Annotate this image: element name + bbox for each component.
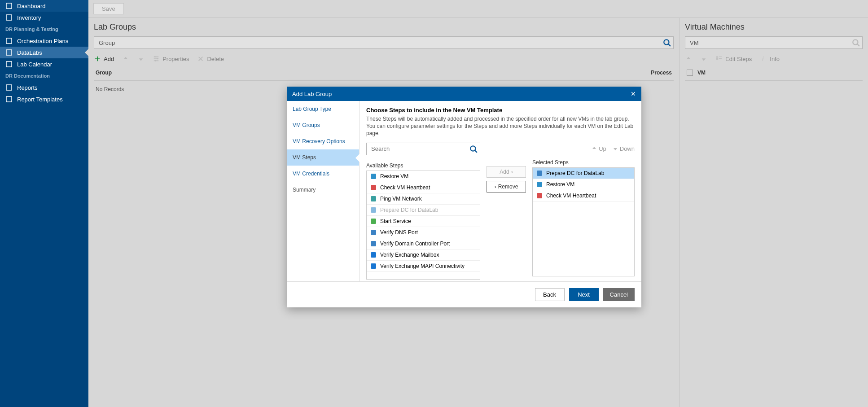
sidebar-item-lab-calendar[interactable]: Lab Calendar (0, 58, 88, 70)
available-step[interactable]: Verify DNS Port (367, 227, 480, 238)
sidebar-section-planning: DR Planning & Testing (0, 23, 88, 35)
step-label: Verify DNS Port (380, 229, 418, 236)
available-step[interactable]: Start Service (367, 216, 480, 227)
move-down-button[interactable]: Down (613, 145, 635, 152)
datalabs-icon (5, 49, 13, 56)
sidebar-item-inventory[interactable]: Inventory (0, 12, 88, 23)
lab-groups-toolbar: Add Properties Delete (94, 53, 674, 65)
step-label: Restore VM (546, 181, 574, 188)
mover-column: Add › ‹ Remove (487, 143, 526, 193)
vm-search (685, 36, 863, 49)
plans-icon (5, 37, 13, 44)
vm-move-down-button[interactable] (700, 55, 707, 62)
back-button[interactable]: Back (535, 288, 565, 301)
selected-step[interactable]: Restore VM (533, 179, 634, 190)
selected-column: Up Down Selected Steps Prepare DC for Da… (532, 143, 635, 276)
svg-rect-2 (6, 38, 12, 44)
info-button[interactable]: i Info (760, 55, 780, 62)
sidebar-item-datalabs[interactable]: DataLabs (0, 47, 88, 58)
selected-steps-list[interactable]: Prepare DC for DataLabRestore VMCheck VM… (532, 167, 635, 276)
step-label: Check VM Heartbeat (380, 184, 430, 191)
available-step[interactable]: Check VM Heartbeat (367, 182, 480, 193)
svg-rect-0 (6, 3, 12, 9)
available-step[interactable]: Verify Domain Controller Port (367, 238, 480, 249)
move-down-button[interactable] (137, 55, 145, 62)
delete-button[interactable]: Delete (197, 55, 224, 62)
available-step[interactable]: Verify Exchange Mailbox (367, 249, 480, 261)
sidebar-item-reports[interactable]: Reports (0, 82, 88, 93)
search-icon[interactable] (663, 39, 671, 47)
move-up-button[interactable]: Up (592, 145, 606, 152)
dialog-nav-lab-group-type[interactable]: Lab Group Type (287, 101, 359, 117)
remove-step-button[interactable]: ‹ Remove (487, 181, 526, 193)
x-icon (197, 55, 204, 62)
step-label: Ping VM Network (380, 196, 422, 202)
dialog-nav: Lab Group TypeVM GroupsVM Recovery Optio… (287, 101, 359, 281)
svg-rect-24 (371, 207, 376, 213)
column-vm: VM (697, 70, 706, 76)
step-label: Verify Exchange MAPI Connectivity (380, 263, 465, 269)
svg-rect-27 (371, 241, 376, 246)
svg-rect-22 (371, 185, 376, 190)
svg-rect-29 (371, 263, 376, 269)
sidebar-item-report-templates[interactable]: Report Templates (0, 93, 88, 105)
sidebar-item-dashboard[interactable]: Dashboard (0, 0, 88, 12)
search-icon[interactable] (852, 39, 860, 47)
arrow-down-icon (700, 55, 707, 62)
info-label: Info (770, 56, 780, 62)
step-label: Start Service (380, 218, 411, 224)
sidebar-item-label: Report Templates (17, 96, 63, 103)
selected-step[interactable]: Prepare DC for DataLab (533, 168, 634, 179)
steps-search-input[interactable] (366, 143, 480, 155)
cancel-button[interactable]: Cancel (603, 288, 635, 301)
dialog-nav-vm-credentials[interactable]: VM Credentials (287, 166, 359, 182)
vm-toolbar: Edit Steps i Info (685, 53, 863, 65)
svg-rect-16 (719, 57, 722, 57)
arrow-up-icon (685, 55, 692, 62)
next-button[interactable]: Next (569, 288, 599, 301)
available-step[interactable]: Prepare DC for DataLab (367, 205, 480, 216)
step-label: Check VM Heartbeat (546, 193, 596, 199)
save-button[interactable]: Save (93, 3, 124, 14)
lab-groups-search-input[interactable] (94, 36, 674, 49)
dialog-nav-vm-recovery-options[interactable]: VM Recovery Options (287, 133, 359, 149)
svg-rect-14 (716, 57, 718, 58)
svg-rect-30 (537, 171, 542, 176)
dialog-nav-summary[interactable]: Summary (287, 182, 359, 198)
edit-steps-button[interactable]: Edit Steps (715, 55, 752, 62)
sidebar-item-label: Reports (17, 84, 38, 91)
close-icon[interactable]: ✕ (631, 90, 636, 97)
svg-rect-5 (6, 85, 12, 90)
vm-move-up-button[interactable] (685, 55, 692, 62)
select-all-checkbox[interactable] (687, 70, 693, 76)
sliders-icon (153, 55, 160, 62)
dialog-title: Add Lab Group (292, 91, 332, 97)
svg-point-11 (155, 60, 156, 61)
edit-steps-label: Edit Steps (725, 56, 752, 62)
sidebar-item-orchestration-plans[interactable]: Orchestration Plans (0, 35, 88, 47)
available-step[interactable]: Verify Exchange MAPI Connectivity (367, 261, 480, 272)
lab-groups-title: Lab Groups (94, 22, 674, 32)
available-step[interactable]: Restore VM (367, 171, 480, 182)
dialog-nav-vm-steps[interactable]: VM Steps (287, 149, 359, 166)
svg-point-19 (470, 146, 475, 151)
step-icon (370, 241, 377, 247)
column-process: Process (636, 70, 672, 76)
vm-search-input[interactable] (685, 36, 863, 49)
add-step-button[interactable]: Add › (487, 166, 526, 178)
virtual-machines-panel: Virtual Machines Edit Steps i Info (679, 18, 868, 407)
available-steps-list[interactable]: Restore VMCheck VM HeartbeatPing VM Netw… (366, 171, 480, 280)
properties-button[interactable]: Properties (153, 55, 189, 62)
step-icon (536, 170, 543, 176)
selected-step[interactable]: Check VM Heartbeat (533, 190, 634, 201)
available-step[interactable]: Ping VM Network (367, 193, 480, 205)
search-icon[interactable] (469, 145, 478, 153)
step-icon (370, 263, 377, 269)
step-label: Restore VM (380, 173, 408, 179)
move-up-button[interactable] (122, 55, 129, 62)
svg-rect-25 (371, 219, 376, 224)
add-button[interactable]: Add (94, 55, 114, 62)
svg-rect-17 (719, 58, 722, 59)
dialog-nav-vm-groups[interactable]: VM Groups (287, 117, 359, 133)
svg-point-7 (664, 39, 669, 44)
